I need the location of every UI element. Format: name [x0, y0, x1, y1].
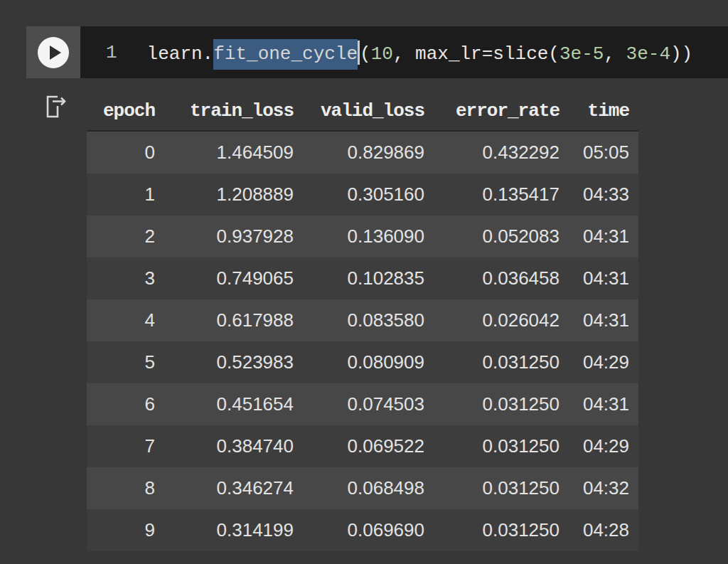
table-cell: 0.069522 [294, 435, 424, 457]
table-cell: 4 [87, 309, 155, 331]
table-cell: 0.031250 [424, 477, 560, 499]
table-cell: 04:29 [560, 351, 638, 373]
table-row: 11.2088890.3051600.13541704:33 [87, 174, 638, 216]
table-cell: 0.068498 [294, 477, 424, 499]
table-cell: 0.083580 [294, 309, 424, 331]
table-cell: 0.136090 [294, 225, 424, 248]
table-cell: 0.937928 [155, 225, 294, 248]
table-cell: 05:05 [560, 142, 638, 164]
code-token: 3e-5 [560, 43, 604, 65]
table-cell: 04:28 [560, 519, 638, 541]
table-cell: 04:31 [560, 267, 638, 289]
table-row: 90.3141990.0696900.03125004:28 [87, 509, 638, 551]
table-cell: 5 [87, 351, 155, 373]
table-cell: 6 [87, 393, 155, 415]
table-row: 70.3847400.0695220.03125004:29 [87, 425, 638, 467]
table-cell: 04:31 [560, 393, 638, 415]
table-cell: 0.523983 [155, 351, 294, 373]
code-token: , [604, 43, 626, 65]
table-cell: 0 [87, 142, 155, 164]
table-row: 40.6179880.0835800.02604204:31 [87, 299, 638, 341]
code-token: 10 [371, 43, 393, 65]
table-cell: 0.384740 [155, 435, 294, 457]
cell-gutter [26, 26, 80, 78]
table-cell: 0.346274 [155, 477, 294, 499]
table-cell: 9 [87, 519, 155, 541]
table-cell: 0.305160 [294, 183, 424, 206]
table-cell: 8 [87, 477, 155, 499]
column-header-time: time [560, 100, 638, 122]
table-cell: 0.031250 [424, 351, 560, 373]
table-cell: 04:32 [560, 477, 638, 499]
table-row: 60.4516540.0745030.03125004:31 [87, 383, 638, 425]
table-row: 30.7490650.1028350.03645804:31 [87, 257, 638, 299]
table-cell: 0.451654 [155, 393, 294, 415]
column-header-epoch: epoch [87, 100, 155, 122]
table-cell: 0.314199 [155, 519, 294, 541]
table-cell: 0.031250 [424, 393, 560, 415]
notebook-page: 1 learn.fit_one_cycle(10, max_lr=slice(3… [0, 0, 728, 564]
code-token: 3e-4 [626, 43, 670, 65]
table-row: 20.9379280.1360900.05208304:31 [87, 216, 638, 257]
table-cell: 0.052083 [424, 225, 560, 248]
column-header-train_loss: train_loss [155, 100, 294, 122]
table-cell: 0.080909 [294, 351, 424, 373]
code-token: ( [360, 43, 371, 65]
table-row: 50.5239830.0809090.03125004:29 [87, 341, 638, 383]
play-icon [50, 46, 61, 60]
code-cell: 1 learn.fit_one_cycle(10, max_lr=slice(3… [26, 26, 728, 78]
table-cell: 0.617988 [155, 309, 294, 331]
cell-output-icon [42, 92, 69, 121]
column-header-valid_loss: valid_loss [294, 100, 424, 122]
code-line: learn.fit_one_cycle(10, max_lr=slice(3e-… [147, 41, 693, 65]
table-cell: 0.069690 [294, 519, 424, 541]
table-cell: 0.031250 [424, 435, 560, 457]
code-token: learn. [147, 43, 214, 65]
table-cell: 0.135417 [424, 183, 560, 206]
table-cell: 7 [87, 435, 155, 457]
table-cell: 0.102835 [294, 267, 424, 289]
selected-token: fit_one_cycle [213, 39, 358, 70]
code-token: )) [670, 43, 692, 65]
code-editor[interactable]: 1 learn.fit_one_cycle(10, max_lr=slice(3… [80, 26, 728, 78]
table-cell: 0.749065 [155, 267, 294, 289]
training-results-table: epochtrain_lossvalid_losserror_ratetime … [87, 92, 638, 551]
table-cell: 0.026042 [424, 309, 560, 331]
table-cell: 1.464509 [155, 142, 294, 164]
table-cell: 0.031250 [424, 519, 560, 541]
code-token: , max_lr=slice( [393, 43, 560, 65]
table-cell: 04:29 [560, 435, 638, 457]
table-cell: 0.036458 [424, 267, 560, 289]
table-cell: 0.432292 [424, 142, 560, 164]
table-cell: 0.829869 [294, 142, 424, 164]
table-cell: 1 [87, 183, 155, 206]
table-cell: 3 [87, 267, 155, 289]
table-cell: 2 [87, 225, 155, 248]
table-header-row: epochtrain_lossvalid_losserror_ratetime [87, 92, 638, 132]
table-row: 01.4645090.8298690.43229205:05 [87, 132, 638, 174]
run-cell-button[interactable] [38, 37, 69, 68]
table-row: 80.3462740.0684980.03125004:32 [87, 467, 638, 509]
table-cell: 04:33 [560, 183, 638, 206]
table-cell: 1.208889 [155, 183, 294, 206]
line-number: 1 [106, 42, 117, 63]
table-cell: 04:31 [560, 309, 638, 331]
table-body: 01.4645090.8298690.43229205:0511.2088890… [87, 132, 638, 551]
table-cell: 04:31 [560, 225, 638, 248]
column-header-error_rate: error_rate [424, 100, 560, 122]
table-cell: 0.074503 [294, 393, 424, 415]
